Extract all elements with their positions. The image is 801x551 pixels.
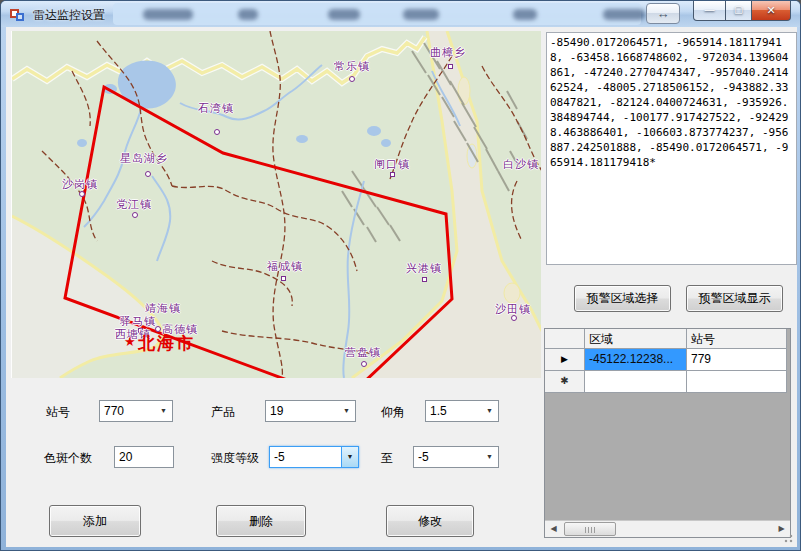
maximize-button[interactable]: ▢ [726, 1, 751, 21]
delete-button[interactable]: 删除 [216, 505, 306, 537]
titlebar[interactable]: 雷达监控设置 ↔ — ▢ ✕ [1, 1, 800, 27]
chevron-down-icon[interactable]: ▼ [341, 447, 358, 467]
city-label: 北海市 [138, 332, 195, 355]
town-label: 党江镇 [116, 197, 152, 212]
town-marker-icon [422, 277, 427, 282]
town-label: 福成镇 [267, 259, 303, 274]
scroll-left-icon[interactable]: ◀ [545, 521, 562, 537]
town-marker-icon [145, 171, 151, 177]
grid-new-row[interactable]: ✱ [545, 371, 790, 393]
scrollbar-thumb[interactable] [564, 522, 616, 536]
grid-horizontal-scrollbar[interactable]: ◀ ▶ [545, 520, 790, 537]
chevron-down-icon[interactable]: ▼ [338, 401, 355, 421]
minimize-button[interactable]: — [693, 1, 726, 21]
town-marker-icon [214, 129, 220, 135]
grid-cell-station-empty[interactable] [687, 371, 787, 393]
sand-island [458, 77, 470, 105]
current-row-indicator: ▶ [545, 349, 585, 371]
town-label: 沙田镇 [495, 302, 531, 317]
intensity-combobox[interactable]: -5 ▼ [269, 446, 359, 468]
town-marker-icon [390, 172, 395, 177]
add-button[interactable]: 添加 [49, 505, 141, 537]
sand-island [504, 283, 520, 303]
elevation-label: 仰角 [381, 404, 405, 421]
grid-header-station[interactable]: 站号 [687, 329, 787, 349]
map-canvas [12, 31, 541, 378]
town-label: 白沙镇 [503, 157, 539, 172]
grid-corner-cell[interactable] [545, 329, 585, 349]
town-label: 常乐镇 [334, 59, 370, 74]
town-label: 闸口镇 [374, 157, 410, 172]
warning-area-select-button[interactable]: 预警区域选择 [574, 285, 671, 312]
grid-cell-area[interactable]: -45122.12238... [585, 349, 687, 371]
grid-header-area[interactable]: 区域 [585, 329, 687, 349]
double-arrow-icon: ↔ [657, 6, 670, 21]
grid-data-row[interactable]: ▶ -45122.12238... 779 [545, 349, 790, 371]
resize-grip[interactable] [781, 531, 793, 543]
city-star-icon: ★ [124, 334, 136, 349]
town-label: 营盘镇 [345, 345, 381, 360]
warning-area-grid[interactable]: 区域 站号 ▶ -45122.12238... 779 ✱ ◀ ▶ [544, 328, 791, 538]
pond [367, 126, 381, 136]
spots-label: 色斑个数 [44, 450, 92, 467]
spots-input[interactable]: 20 [114, 446, 174, 468]
minimize-icon: — [705, 4, 715, 15]
town-label: 曲樟乡 [430, 45, 466, 60]
language-bar-button[interactable]: ↔ [646, 3, 680, 24]
grid-cell-area-empty[interactable] [585, 371, 687, 393]
pond [381, 139, 391, 147]
product-label: 产品 [211, 404, 235, 421]
town-marker-icon [361, 361, 367, 367]
new-row-indicator: ✱ [545, 371, 585, 393]
town-marker-icon [448, 64, 453, 69]
censored-blur-band [113, 3, 641, 25]
warning-area-display-button[interactable]: 预警区域显示 [686, 285, 783, 312]
radar-settings-window: 雷达监控设置 ↔ — ▢ ✕ [0, 0, 801, 551]
window-title: 雷达监控设置 [33, 7, 105, 24]
pond [77, 139, 87, 147]
intensity-to-combobox[interactable]: -5 ▼ [413, 446, 499, 468]
intensity-label: 强度等级 [211, 450, 259, 467]
maximize-icon: ▢ [734, 4, 743, 15]
elevation-combobox[interactable]: 1.5 ▼ [425, 400, 499, 422]
town-marker-icon [281, 276, 286, 281]
app-icon [10, 6, 26, 22]
caption-buttons: — ▢ ✕ [693, 1, 791, 21]
grid-cell-station[interactable]: 779 [687, 349, 787, 371]
map-panel[interactable]: 石湾镇星岛湖乡沙岗镇党江镇常乐镇曲樟乡白沙镇闸口镇福成镇兴港镇沙田镇营盘镇靖海镇… [11, 31, 541, 378]
town-marker-icon [349, 76, 355, 82]
pond [296, 135, 308, 143]
town-label: 石湾镇 [198, 101, 234, 116]
warning-area-coordinates-box[interactable]: -85490.0172064571, -965914.181179418, -6… [546, 32, 797, 265]
product-combobox[interactable]: 19 ▼ [265, 400, 356, 422]
town-marker-icon [132, 212, 138, 218]
modify-button[interactable]: 修改 [386, 505, 474, 537]
chevron-down-icon[interactable]: ▼ [155, 401, 172, 421]
close-button[interactable]: ✕ [751, 1, 791, 21]
chevron-down-icon[interactable]: ▼ [481, 401, 498, 421]
town-label: 兴港镇 [406, 261, 442, 276]
station-combobox[interactable]: 770 ▼ [99, 400, 173, 422]
to-label: 至 [381, 450, 393, 467]
close-icon: ✕ [766, 4, 775, 16]
town-label: 星岛湖乡 [120, 151, 168, 166]
grid-header-row: 区域 站号 [545, 329, 790, 349]
client-area: 石湾镇星岛湖乡沙岗镇党江镇常乐镇曲樟乡白沙镇闸口镇福成镇兴港镇沙田镇营盘镇靖海镇… [6, 27, 797, 547]
station-label: 站号 [46, 404, 70, 421]
chevron-down-icon[interactable]: ▼ [481, 447, 498, 467]
town-label: 沙岗镇 [62, 177, 98, 192]
